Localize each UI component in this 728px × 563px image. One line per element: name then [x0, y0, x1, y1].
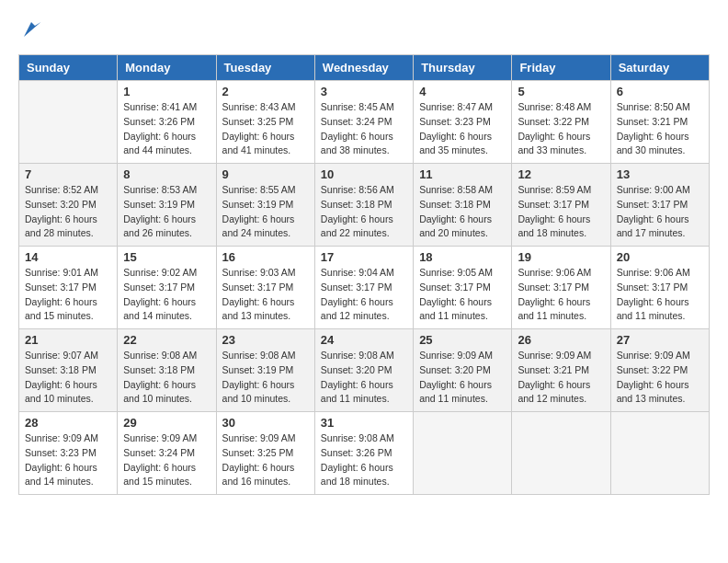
- day-number: 3: [321, 85, 407, 98]
- day-detail: Sunrise: 9:08 AM Sunset: 3:20 PM Dayligh…: [321, 349, 407, 407]
- day-number: 13: [617, 167, 703, 181]
- calendar-cell: 21 Sunrise: 9:07 AM Sunset: 3:18 PM Dayl…: [19, 329, 118, 412]
- day-number: 19: [518, 250, 604, 264]
- calendar-cell: 30 Sunrise: 9:09 AM Sunset: 3:25 PM Dayl…: [216, 412, 314, 495]
- calendar-cell: 19 Sunrise: 9:06 AM Sunset: 3:17 PM Dayl…: [512, 247, 610, 329]
- day-detail: Sunrise: 9:09 AM Sunset: 3:25 PM Dayligh…: [222, 431, 309, 489]
- day-number: 20: [617, 250, 703, 264]
- calendar-cell: 26 Sunrise: 9:09 AM Sunset: 3:21 PM Dayl…: [512, 329, 610, 412]
- day-detail: Sunrise: 9:00 AM Sunset: 3:17 PM Dayligh…: [617, 183, 703, 241]
- day-number: 24: [321, 333, 407, 347]
- day-number: 4: [419, 85, 506, 98]
- day-detail: Sunrise: 9:08 AM Sunset: 3:19 PM Dayligh…: [222, 349, 309, 407]
- calendar-cell: 12 Sunrise: 8:59 AM Sunset: 3:17 PM Dayl…: [512, 164, 610, 247]
- calendar-cell: 10 Sunrise: 8:56 AM Sunset: 3:18 PM Dayl…: [314, 164, 413, 247]
- weekday-header-wednesday: Wednesday: [314, 55, 413, 81]
- weekday-header-tuesday: Tuesday: [216, 55, 314, 81]
- day-number: 12: [518, 167, 604, 181]
- day-number: 22: [123, 333, 210, 347]
- calendar-cell: 18 Sunrise: 9:05 AM Sunset: 3:17 PM Dayl…: [414, 247, 512, 329]
- day-number: 28: [25, 416, 111, 430]
- calendar-cell: [512, 412, 610, 495]
- day-number: 1: [123, 85, 210, 98]
- day-number: 8: [123, 167, 210, 181]
- calendar-cell: 1 Sunrise: 8:41 AM Sunset: 3:26 PM Dayli…: [118, 81, 216, 164]
- day-detail: Sunrise: 8:53 AM Sunset: 3:19 PM Dayligh…: [123, 183, 210, 241]
- day-number: 26: [518, 333, 604, 347]
- day-detail: Sunrise: 8:43 AM Sunset: 3:25 PM Dayligh…: [222, 100, 309, 158]
- calendar-cell: 27 Sunrise: 9:09 AM Sunset: 3:22 PM Dayl…: [610, 329, 709, 412]
- day-detail: Sunrise: 9:09 AM Sunset: 3:21 PM Dayligh…: [518, 349, 604, 407]
- day-detail: Sunrise: 9:08 AM Sunset: 3:26 PM Dayligh…: [321, 431, 407, 489]
- day-detail: Sunrise: 9:09 AM Sunset: 3:24 PM Dayligh…: [123, 431, 210, 489]
- day-number: 17: [321, 250, 407, 264]
- calendar-cell: 29 Sunrise: 9:09 AM Sunset: 3:24 PM Dayl…: [118, 412, 216, 495]
- day-detail: Sunrise: 8:55 AM Sunset: 3:19 PM Dayligh…: [222, 183, 309, 241]
- day-detail: Sunrise: 8:47 AM Sunset: 3:23 PM Dayligh…: [419, 100, 506, 158]
- day-number: 6: [617, 85, 703, 98]
- calendar-cell: 20 Sunrise: 9:06 AM Sunset: 3:17 PM Dayl…: [610, 247, 709, 329]
- calendar-cell: 31 Sunrise: 9:08 AM Sunset: 3:26 PM Dayl…: [314, 412, 413, 495]
- day-number: 30: [222, 416, 309, 430]
- day-detail: Sunrise: 9:09 AM Sunset: 3:23 PM Dayligh…: [25, 431, 111, 489]
- day-number: 15: [123, 250, 210, 264]
- day-detail: Sunrise: 9:03 AM Sunset: 3:17 PM Dayligh…: [222, 266, 309, 324]
- calendar-cell: 22 Sunrise: 9:08 AM Sunset: 3:18 PM Dayl…: [118, 329, 216, 412]
- logo-text: [18, 18, 42, 45]
- page-header: [18, 18, 710, 45]
- weekday-header-row: SundayMondayTuesdayWednesdayThursdayFrid…: [19, 55, 710, 81]
- day-detail: Sunrise: 9:06 AM Sunset: 3:17 PM Dayligh…: [617, 266, 703, 324]
- calendar-table: SundayMondayTuesdayWednesdayThursdayFrid…: [18, 54, 710, 495]
- logo: [18, 18, 42, 45]
- day-number: 29: [123, 416, 210, 430]
- day-number: 5: [518, 85, 604, 98]
- day-detail: Sunrise: 8:52 AM Sunset: 3:20 PM Dayligh…: [25, 183, 111, 241]
- calendar-cell: 6 Sunrise: 8:50 AM Sunset: 3:21 PM Dayli…: [610, 81, 709, 164]
- calendar-cell: 14 Sunrise: 9:01 AM Sunset: 3:17 PM Dayl…: [19, 247, 118, 329]
- day-number: 10: [321, 167, 407, 181]
- day-detail: Sunrise: 9:08 AM Sunset: 3:18 PM Dayligh…: [123, 349, 210, 407]
- day-number: 31: [321, 416, 407, 430]
- calendar-cell: 8 Sunrise: 8:53 AM Sunset: 3:19 PM Dayli…: [118, 164, 216, 247]
- calendar-cell: 28 Sunrise: 9:09 AM Sunset: 3:23 PM Dayl…: [19, 412, 118, 495]
- svg-marker-0: [24, 22, 40, 37]
- calendar-cell: 13 Sunrise: 9:00 AM Sunset: 3:17 PM Dayl…: [610, 164, 709, 247]
- calendar-week-row: 28 Sunrise: 9:09 AM Sunset: 3:23 PM Dayl…: [19, 412, 710, 495]
- day-number: 23: [222, 333, 309, 347]
- day-number: 21: [25, 333, 111, 347]
- day-detail: Sunrise: 9:04 AM Sunset: 3:17 PM Dayligh…: [321, 266, 407, 324]
- calendar-cell: 24 Sunrise: 9:08 AM Sunset: 3:20 PM Dayl…: [314, 329, 413, 412]
- weekday-header-friday: Friday: [512, 55, 610, 81]
- weekday-header-thursday: Thursday: [414, 55, 512, 81]
- day-detail: Sunrise: 9:02 AM Sunset: 3:17 PM Dayligh…: [123, 266, 210, 324]
- day-number: 18: [419, 250, 506, 264]
- calendar-week-row: 14 Sunrise: 9:01 AM Sunset: 3:17 PM Dayl…: [19, 247, 710, 329]
- logo-bird-icon: [20, 18, 42, 40]
- day-number: 11: [419, 167, 506, 181]
- calendar-cell: [610, 412, 709, 495]
- calendar-cell: [414, 412, 512, 495]
- day-detail: Sunrise: 9:07 AM Sunset: 3:18 PM Dayligh…: [25, 349, 111, 407]
- day-number: 16: [222, 250, 309, 264]
- calendar-cell: 25 Sunrise: 9:09 AM Sunset: 3:20 PM Dayl…: [414, 329, 512, 412]
- day-detail: Sunrise: 8:45 AM Sunset: 3:24 PM Dayligh…: [321, 100, 407, 158]
- weekday-header-sunday: Sunday: [19, 55, 118, 81]
- calendar-week-row: 1 Sunrise: 8:41 AM Sunset: 3:26 PM Dayli…: [19, 81, 710, 164]
- calendar-cell: 9 Sunrise: 8:55 AM Sunset: 3:19 PM Dayli…: [216, 164, 314, 247]
- day-detail: Sunrise: 9:01 AM Sunset: 3:17 PM Dayligh…: [25, 266, 111, 324]
- day-detail: Sunrise: 8:56 AM Sunset: 3:18 PM Dayligh…: [321, 183, 407, 241]
- day-number: 9: [222, 167, 309, 181]
- day-detail: Sunrise: 8:41 AM Sunset: 3:26 PM Dayligh…: [123, 100, 210, 158]
- day-detail: Sunrise: 9:09 AM Sunset: 3:20 PM Dayligh…: [419, 349, 506, 407]
- day-number: 14: [25, 250, 111, 264]
- calendar-cell: 5 Sunrise: 8:48 AM Sunset: 3:22 PM Dayli…: [512, 81, 610, 164]
- calendar-cell: 11 Sunrise: 8:58 AM Sunset: 3:18 PM Dayl…: [414, 164, 512, 247]
- calendar-cell: 3 Sunrise: 8:45 AM Sunset: 3:24 PM Dayli…: [314, 81, 413, 164]
- calendar-cell: 16 Sunrise: 9:03 AM Sunset: 3:17 PM Dayl…: [216, 247, 314, 329]
- weekday-header-saturday: Saturday: [610, 55, 709, 81]
- calendar-cell: 23 Sunrise: 9:08 AM Sunset: 3:19 PM Dayl…: [216, 329, 314, 412]
- calendar-week-row: 7 Sunrise: 8:52 AM Sunset: 3:20 PM Dayli…: [19, 164, 710, 247]
- day-number: 7: [25, 167, 111, 181]
- calendar-week-row: 21 Sunrise: 9:07 AM Sunset: 3:18 PM Dayl…: [19, 329, 710, 412]
- calendar-cell: 4 Sunrise: 8:47 AM Sunset: 3:23 PM Dayli…: [414, 81, 512, 164]
